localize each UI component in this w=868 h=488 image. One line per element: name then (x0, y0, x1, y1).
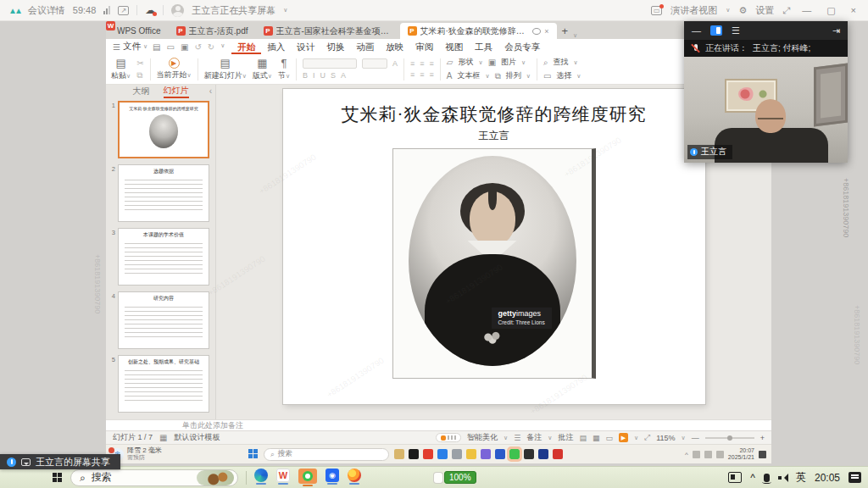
tab-doc-pdf2[interactable]: P 王立言-国家社会科学基金项目申请书 (256, 23, 400, 39)
slide-subtitle[interactable]: 王立言 (283, 129, 705, 143)
indent-button[interactable]: ≡ (430, 59, 434, 68)
menu-member[interactable]: 会员专享 (498, 39, 546, 54)
wechat-icon[interactable] (509, 449, 520, 459)
meeting-app-taskbar-icon[interactable] (298, 469, 317, 486)
cloud-record-icon[interactable]: ☁ (145, 4, 155, 16)
share-screen-icon[interactable]: ↗ (118, 6, 129, 15)
bold-button[interactable]: B (303, 71, 308, 80)
slide-thumbnail-5[interactable]: 5 创新之处、预期成果、研究基础 (108, 355, 209, 413)
share-banner[interactable]: 王立言的屏幕共享 (0, 454, 120, 469)
redo-icon[interactable]: ↻ (208, 42, 214, 52)
firefox-taskbar-icon[interactable] (348, 469, 361, 485)
edge-taskbar-icon[interactable] (254, 469, 268, 485)
find-button[interactable]: 查找 (554, 57, 569, 68)
panel-minimize-icon[interactable]: — (692, 25, 701, 36)
layout-mode-icon[interactable] (710, 25, 722, 36)
close-button[interactable]: × (848, 5, 860, 15)
save-icon[interactable]: ▭ (167, 42, 175, 52)
slide-thumbnail-4[interactable]: 4 研究内容 (108, 291, 209, 349)
tab-wps-home[interactable]: W WPS Office (109, 23, 169, 39)
battery-widget[interactable]: 100% (434, 471, 476, 484)
new-tab-button[interactable]: + (557, 25, 574, 39)
wps-taskbar-icon[interactable]: W (276, 469, 290, 485)
slide[interactable]: 艾米莉·狄金森联觉修辞的跨维度研究 王立言 gettyim (283, 89, 705, 404)
menu-transition[interactable]: 切换 (320, 39, 350, 54)
folder-icon[interactable] (466, 449, 476, 459)
speaker-view-icon[interactable]: ▭ (651, 6, 662, 15)
new-slide-button[interactable]: ▤ 新建幻灯片∨ (204, 58, 247, 81)
phone-sync-pill[interactable] (436, 433, 461, 442)
numbering-button[interactable]: ≡ (420, 59, 424, 68)
zoom-slider[interactable] (705, 437, 754, 439)
slide-thumbnail-2[interactable]: 2 选题依据 (108, 164, 209, 222)
print-icon[interactable]: ▣ (181, 42, 188, 52)
notification-center-icon[interactable] (849, 472, 861, 483)
tray-icon[interactable] (716, 451, 724, 458)
underline-button[interactable]: U (320, 71, 326, 80)
tray-icon[interactable] (693, 451, 700, 458)
widgets-icon[interactable] (728, 472, 742, 483)
menu-review[interactable]: 审阅 (409, 39, 439, 54)
font-color-button[interactable]: A (341, 71, 346, 80)
zoom-in-button[interactable]: + (760, 434, 765, 442)
comments-button[interactable]: 批注 (558, 432, 573, 443)
play-from-current-button[interactable]: ▶ 当前开始∨ (157, 58, 192, 80)
select-button[interactable]: 选择 (556, 70, 571, 81)
cut-icon[interactable]: ✂ (136, 58, 143, 68)
collapse-panel-icon[interactable]: ‹ (209, 86, 212, 96)
new-doc-icon[interactable]: ▤ (153, 42, 160, 52)
start-button[interactable] (248, 449, 259, 459)
sorter-view-icon[interactable]: ▦ (593, 434, 600, 442)
reading-view-icon[interactable]: ▭ (605, 434, 613, 442)
chevron-down-icon[interactable]: ∨ (283, 7, 287, 14)
align-left-button[interactable]: ≡ (410, 70, 415, 79)
align-center-button[interactable]: ≡ (420, 70, 424, 79)
menu-animation[interactable]: 动画 (350, 39, 380, 54)
minimize-button[interactable]: — (798, 5, 815, 15)
increase-font-icon[interactable]: A (392, 59, 398, 68)
align-right-button[interactable]: ≡ (430, 70, 434, 79)
slide-title[interactable]: 艾米莉·狄金森联觉修辞的跨维度研究 (283, 103, 705, 126)
app-icon[interactable] (495, 449, 505, 459)
shape-button[interactable]: 形状 (459, 57, 474, 68)
speaker-icon[interactable] (778, 474, 787, 482)
undo-icon[interactable]: ↺ (194, 42, 201, 52)
normal-view-icon[interactable]: ▤ (579, 434, 587, 442)
participant-video[interactable]: 王立言 (684, 57, 848, 163)
slide-thumbnail-1[interactable]: 1 艾米莉·狄金森联觉修辞的跨维度研究 (108, 101, 209, 158)
font-name-select[interactable] (303, 58, 357, 69)
tab-slides[interactable]: 幻灯片 (164, 85, 189, 98)
font-size-select[interactable] (362, 58, 387, 69)
mic-muted-icon[interactable] (691, 43, 700, 54)
video-app-icon[interactable] (423, 449, 433, 459)
start-button[interactable] (53, 473, 63, 483)
tab-doc-pdf1[interactable]: P 王立言-活页.pdf (169, 23, 256, 39)
picture-button[interactable]: 图片 (501, 57, 516, 68)
chevron-down-icon[interactable]: ∨ (726, 7, 730, 14)
shadow-button[interactable]: S (331, 71, 336, 80)
taskbar-clock[interactable]: 20:05 (815, 472, 840, 484)
edge-icon[interactable] (437, 449, 448, 459)
shared-clock[interactable]: 20:07 2025/1/21 (728, 447, 754, 461)
maximize-button[interactable]: ▢ (823, 5, 838, 16)
comment-bubble-icon[interactable] (532, 28, 541, 35)
tab-outline[interactable]: 大纲 (133, 86, 150, 97)
speaker-view-button[interactable]: 演讲者视图 (670, 4, 717, 17)
tray-expand-icon[interactable]: ^ (750, 472, 755, 484)
tencent-meeting-taskbar-icon[interactable]: ◉ (326, 469, 339, 485)
taskbar-search-input[interactable]: ⌕ 搜索 (70, 469, 238, 486)
file-explorer-icon[interactable] (394, 449, 404, 459)
wps-icon[interactable] (553, 449, 563, 459)
list-view-icon[interactable]: ☰ (732, 25, 740, 36)
tab-doc-active[interactable]: P 艾米莉·狄金森的联觉修辞研究 × (400, 23, 557, 39)
zoom-out-button[interactable]: — (692, 434, 699, 442)
menu-home[interactable]: 开始 (231, 39, 261, 54)
textbox-button[interactable]: 文本框 (458, 70, 481, 81)
zoom-level[interactable]: 115% (656, 434, 675, 442)
paste-button[interactable]: ▤ 粘贴∨ (111, 58, 131, 81)
menu-slideshow[interactable]: 放映 (380, 39, 409, 54)
qq-icon[interactable] (409, 449, 419, 459)
taskbar-search-input[interactable]: ⌕ 搜索 (264, 448, 389, 461)
arrange-button[interactable]: 排列 (506, 70, 521, 81)
fit-window-icon[interactable]: ⤢ (644, 433, 650, 442)
